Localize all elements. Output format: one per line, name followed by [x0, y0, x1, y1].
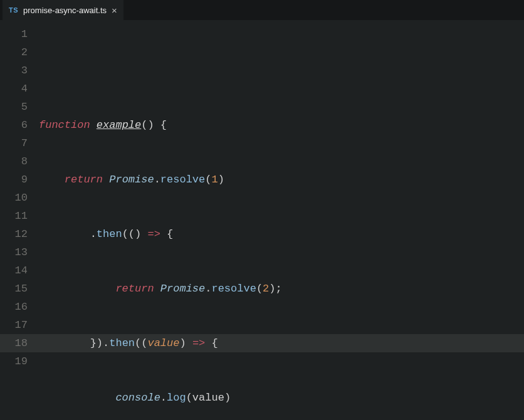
line-number: 13 — [0, 243, 28, 261]
code-area[interactable]: function example() { return Promise.reso… — [39, 25, 524, 420]
line-number: 2 — [0, 43, 28, 61]
line-number: 15 — [0, 280, 28, 298]
editor-tab[interactable]: TS promise-async-await.ts × — [3, 0, 123, 20]
line-number: 3 — [0, 61, 28, 80]
code-line: .then(() => { — [39, 225, 524, 243]
line-number: 16 — [0, 298, 28, 316]
line-number: 6 — [0, 116, 28, 134]
editor[interactable]: 12345678910111213141516171819 function e… — [0, 20, 524, 420]
close-icon[interactable]: × — [112, 6, 117, 15]
line-number: 11 — [0, 207, 28, 225]
line-number: 10 — [0, 189, 28, 207]
line-number: 17 — [0, 316, 28, 334]
ts-badge-icon: TS — [9, 6, 18, 14]
code-line — [39, 61, 524, 80]
line-number: 8 — [0, 152, 28, 171]
line-number: 19 — [0, 352, 28, 370]
code-line: return Promise.resolve(1) — [39, 171, 524, 189]
code-line: console.log(value) — [39, 389, 524, 407]
line-number: 4 — [0, 80, 28, 98]
line-number: 7 — [0, 134, 28, 152]
line-number: 12 — [0, 225, 28, 243]
line-number: 9 — [0, 171, 28, 189]
code-line: return Promise.resolve(2); — [39, 280, 524, 298]
line-number-gutter: 12345678910111213141516171819 — [0, 25, 39, 420]
tab-filename: promise-async-await.ts — [23, 6, 107, 15]
code-line-highlighted: }).then((value) => { — [39, 334, 524, 352]
line-number: 14 — [0, 261, 28, 280]
tab-bar: TS promise-async-await.ts × — [0, 0, 524, 20]
code-line: function example() { — [39, 116, 524, 134]
line-number: 5 — [0, 98, 28, 116]
line-number: 1 — [0, 25, 28, 43]
